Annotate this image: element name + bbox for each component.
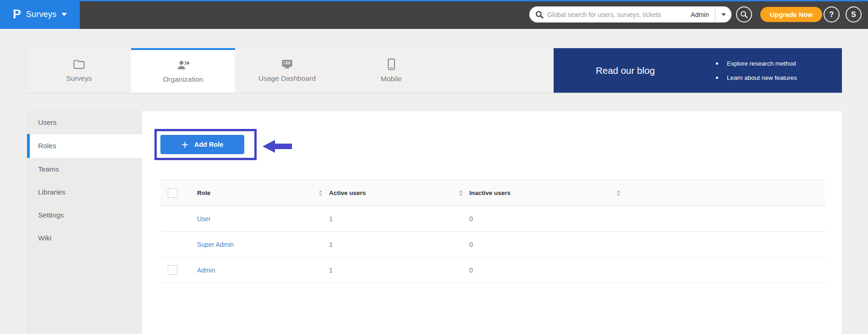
search-scope-dropdown[interactable]	[715, 6, 731, 22]
bullet-dot-icon	[716, 77, 718, 79]
search-scope-label: Admin	[691, 11, 715, 18]
help-button[interactable]: ?	[824, 6, 840, 22]
tab-usage-dashboard[interactable]: Usage Dashboard	[235, 48, 339, 93]
chevron-down-icon	[721, 13, 726, 16]
user-avatar[interactable]: S	[846, 6, 862, 22]
active-users-value: 1	[329, 241, 333, 248]
global-search-input[interactable]	[544, 6, 691, 22]
sort-icon[interactable]	[459, 190, 463, 196]
table-row: Admin 1 0	[160, 257, 825, 283]
search-icon	[740, 11, 748, 18]
sort-icon[interactable]	[319, 190, 323, 196]
sidebar-item-wiki[interactable]: Wiki	[27, 227, 142, 250]
folder-icon	[73, 59, 85, 70]
global-search-bar: Admin	[529, 6, 731, 22]
blog-banner-title[interactable]: Read our blog	[596, 65, 663, 76]
add-role-button[interactable]: Add Role	[160, 135, 244, 154]
sidebar-item-libraries[interactable]: Libraries	[27, 181, 142, 204]
upgrade-now-button[interactable]: Upgrade Now	[760, 7, 822, 22]
active-users-value: 1	[329, 267, 333, 274]
column-header-role: Role	[197, 189, 210, 196]
sidebar-item-teams[interactable]: Teams	[27, 158, 142, 181]
sort-icon[interactable]	[616, 190, 621, 196]
blog-banner-bullet-list: Explore research method Learn about new …	[716, 60, 797, 81]
row-checkbox[interactable]	[168, 265, 177, 275]
table-row: Super Admin 1 0	[160, 232, 825, 257]
question-mark-icon: ?	[830, 11, 834, 19]
organization-sidebar: Users Roles Teams Libraries Settings Wik…	[27, 111, 142, 334]
main-tab-strip: Surveys Organization Usage Dashboard Mob…	[27, 48, 842, 93]
inactive-users-value: 0	[469, 267, 473, 274]
tab-surveys[interactable]: Surveys	[27, 48, 131, 93]
banner-bullet-item: Learn about new features	[716, 74, 797, 81]
column-header-active-users: Active users	[329, 189, 366, 196]
bullet-dot-icon	[716, 62, 718, 65]
sidebar-item-settings[interactable]: Settings	[27, 204, 142, 227]
search-icon	[535, 11, 544, 19]
role-link[interactable]: Admin	[197, 267, 215, 274]
plus-icon	[181, 141, 188, 148]
tab-label: Mobile	[381, 75, 402, 83]
avatar-initial: S	[851, 11, 856, 19]
inactive-users-value: 0	[469, 215, 473, 223]
column-header-inactive-users: Inactive users	[469, 189, 511, 196]
top-accent-strip	[0, 0, 868, 1]
tab-mobile[interactable]: Mobile	[339, 48, 443, 93]
user-add-icon	[176, 60, 190, 71]
select-all-checkbox[interactable]	[168, 188, 177, 198]
tab-label: Surveys	[66, 74, 92, 83]
tab-strip-spacer	[443, 48, 554, 93]
add-role-highlight-box: Add Role	[154, 129, 257, 160]
table-header-row: Role Active users Inactive users	[160, 180, 825, 206]
dashboard-monitor-icon	[281, 59, 293, 70]
blog-banner: Read our blog Explore research method Le…	[554, 48, 842, 93]
pointer-arrow-annotation	[263, 139, 292, 154]
search-submit-button[interactable]	[736, 6, 752, 22]
tab-organization[interactable]: Organization	[131, 48, 235, 93]
sidebar-item-users[interactable]: Users	[27, 111, 142, 134]
product-name: Surveys	[26, 10, 56, 19]
content-card: Users Roles Teams Libraries Settings Wik…	[27, 111, 842, 334]
table-row: User 1 0	[160, 206, 825, 232]
inactive-users-value: 0	[469, 241, 473, 248]
banner-bullet-item: Explore research method	[716, 60, 797, 67]
roles-table: Role Active users Inactive users	[160, 180, 825, 283]
tab-label: Usage Dashboard	[258, 74, 316, 83]
chevron-down-icon	[61, 13, 67, 16]
active-users-value: 1	[329, 215, 333, 223]
brand-product-switcher[interactable]: P Surveys	[0, 0, 80, 29]
role-link[interactable]: Super Admin	[197, 241, 234, 248]
sidebar-item-roles[interactable]: Roles	[27, 134, 142, 158]
tab-label: Organization	[163, 75, 203, 84]
role-link[interactable]: User	[197, 215, 211, 223]
mobile-phone-icon	[387, 58, 396, 70]
proprofs-logo-icon: P	[13, 8, 21, 21]
